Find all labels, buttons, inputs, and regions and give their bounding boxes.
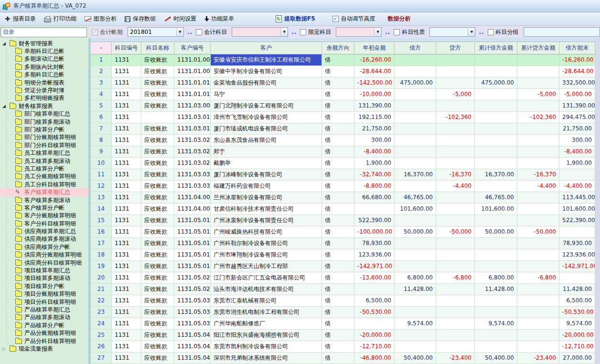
limit-subject-combobox[interactable]: ▼: [336, 27, 382, 37]
cell-debit-ending[interactable]: 21,750.00: [559, 123, 595, 135]
tree-expanded-arrow-icon[interactable]: ◢: [2, 41, 7, 46]
tree-item[interactable]: 部门分科目核算明细: [0, 141, 88, 149]
cell-customer-code[interactable]: 1131.05.044: [174, 353, 211, 364]
cell-initial-amount[interactable]: 192,115.00: [354, 112, 395, 123]
cell-accum-credit-amount[interactable]: [517, 135, 559, 146]
auto-height-checkbox[interactable]: [332, 16, 339, 22]
cell-customer-code[interactable]: 1131.03.031: [174, 181, 211, 192]
cell-customer[interactable]: 马宁: [211, 89, 322, 100]
cell-row-number[interactable]: 7: [91, 123, 112, 135]
table-row[interactable]: 231131应收账款1131.05.035东莞市润生机电制冷工程有限公司借-50…: [91, 307, 595, 318]
cell-row-number[interactable]: 6: [91, 112, 112, 123]
cell-debit-ending[interactable]: 300.00: [559, 135, 595, 146]
cell-accum-credit-amount[interactable]: [517, 66, 559, 77]
tree-item[interactable]: 部门核算多期滚动: [0, 118, 88, 126]
cell-row-number[interactable]: 25: [91, 330, 112, 341]
cell-initial-amount[interactable]: -28,644.00: [354, 66, 395, 77]
cell-accum-debit-amount[interactable]: [475, 123, 517, 135]
cell-row-number[interactable]: 2: [91, 66, 112, 77]
tree-item[interactable]: 产品核算分户帐: [0, 321, 88, 329]
cell-debit[interactable]: [395, 341, 436, 353]
cell-subject-code[interactable]: 1131: [112, 203, 141, 215]
cell-initial-amount[interactable]: -46,800.00: [354, 353, 395, 364]
table-row[interactable]: 81131应收账款1131.03.022东山县东茂食品有限公司借300.0030…: [91, 135, 595, 146]
cell-debit[interactable]: [395, 261, 436, 272]
cell-subject-code[interactable]: 1131: [112, 238, 141, 249]
table-row[interactable]: 111131应收账款1131.03.030厦门冰峰制冷设备有限公司借-32,74…: [91, 169, 595, 181]
cell-customer[interactable]: 广州市琳翔制冷设备有限公司: [211, 249, 322, 261]
cell-debit-ending[interactable]: 9,574.00: [559, 318, 595, 330]
combo-arrow-icon[interactable]: ▼: [176, 28, 183, 36]
tree-item[interactable]: 项目核算多期滚动: [0, 275, 88, 282]
cell-debit[interactable]: [395, 89, 436, 100]
tree-item[interactable]: 供应商分科目核算明细: [0, 259, 88, 267]
cell-debit-ending[interactable]: -8,400.00: [559, 146, 595, 158]
cell-balance-direction[interactable]: 借: [322, 249, 354, 261]
graph-analysis-button[interactable]: 图形分析: [85, 15, 117, 23]
cell-subject-name[interactable]: 应收账款: [141, 203, 174, 215]
cell-customer-code[interactable]: 1131.05.033: [174, 295, 211, 307]
cell-credit[interactable]: [436, 66, 475, 77]
cell-balance-direction[interactable]: 借: [322, 54, 354, 66]
cell-balance-direction[interactable]: 借: [322, 226, 354, 238]
table-row[interactable]: 191131应收账款1131.05.019广州市越秀区天山制冷工程部借-142,…: [91, 261, 595, 272]
cell-subject-name[interactable]: 应收账款: [141, 272, 174, 284]
tree-item[interactable]: 项目核算单期汇总: [0, 267, 88, 274]
cell-balance-direction[interactable]: 借: [322, 135, 354, 146]
cell-row-number[interactable]: 12: [91, 181, 112, 192]
cell-row-number[interactable]: 17: [91, 238, 112, 249]
cell-subject-code[interactable]: 1131: [112, 249, 141, 261]
cell-accum-debit-amount[interactable]: [475, 146, 517, 158]
cell-debit[interactable]: 16,370.00: [395, 169, 436, 181]
combo-arrow-icon[interactable]: ▼: [468, 28, 475, 36]
extract-data-button[interactable]: ↻ 提取数据F5: [276, 15, 315, 23]
cell-debit-ending[interactable]: 78,930.00: [559, 238, 595, 249]
cell-subject-name[interactable]: 应收账款: [141, 318, 174, 330]
cell-customer-code[interactable]: 1131.01.018: [174, 89, 211, 100]
tree-item[interactable]: 供应商分账期核算明细: [0, 251, 88, 259]
cell-subject-name[interactable]: 应收账款: [141, 77, 174, 89]
table-row[interactable]: 181131应收账款1131.05.018广州市琳翔制冷设备有限公司借123,9…: [91, 249, 595, 261]
cell-subject-name[interactable]: 应收账款: [141, 123, 174, 135]
cell-accum-debit-amount[interactable]: 11,428.00: [475, 284, 517, 295]
cell-subject-name[interactable]: 应收账款: [141, 181, 174, 192]
cell-credit[interactable]: [436, 318, 475, 330]
tree-item[interactable]: 多期纵向比对帐: [0, 63, 88, 71]
cell-balance-direction[interactable]: 借: [322, 192, 354, 203]
cell-accum-credit-amount[interactable]: [517, 249, 559, 261]
tree-item[interactable]: 项目核算分户帐: [0, 282, 88, 290]
cell-debit-ending[interactable]: 131,390.00: [559, 100, 595, 112]
report-catalog-button[interactable]: ✚ 报表目录: [5, 15, 36, 23]
cell-balance-direction[interactable]: 借: [322, 112, 354, 123]
cell-customer-code[interactable]: 1131.05.019: [174, 261, 211, 272]
tree-item[interactable]: 产品分账期核算明细: [0, 329, 88, 337]
cell-balance-direction[interactable]: 借: [322, 272, 354, 284]
cell-customer-code[interactable]: 1131.05.012: [174, 226, 211, 238]
combo-arrow-icon[interactable]: ▼: [374, 28, 381, 36]
tree-item[interactable]: 员工核算分户帐: [0, 165, 88, 172]
table-row[interactable]: 221131应收账款1131.05.033东莞市汇泰机械有限公司借6,500.0…: [91, 295, 595, 307]
cell-debit[interactable]: [395, 249, 436, 261]
cell-initial-amount[interactable]: -142,500.00: [354, 77, 395, 89]
cell-initial-amount[interactable]: 1,900.00: [354, 158, 395, 169]
combo-arrow-icon[interactable]: ▼: [280, 28, 288, 36]
cell-customer[interactable]: 广州冰泉制冷设备有限责任公司: [211, 215, 322, 226]
cell-customer[interactable]: 江门市新会区广汇五金电器有限公司: [211, 272, 322, 284]
cell-initial-amount[interactable]: -50,530.00: [354, 307, 395, 318]
cell-subject-code[interactable]: 1131: [112, 112, 141, 123]
cell-accum-credit-amount[interactable]: [517, 192, 559, 203]
cell-accum-debit-amount[interactable]: [475, 238, 517, 249]
cell-accum-debit-amount[interactable]: 475,000.00: [475, 77, 517, 89]
column-header-subject-name[interactable]: 科目名称: [141, 42, 174, 54]
cell-customer[interactable]: 甘肃信科制冷技术有限责任公司: [211, 203, 322, 215]
cell-initial-amount[interactable]: -8,800.00: [354, 181, 395, 192]
cell-accum-credit-amount[interactable]: -4,400: [517, 181, 559, 192]
cell-row-number[interactable]: 1: [91, 54, 112, 66]
cell-accum-credit-amount[interactable]: [517, 261, 559, 272]
tree-item[interactable]: 明细分类帐报表: [0, 79, 88, 86]
cell-debit-ending[interactable]: 522,390.00: [559, 215, 595, 226]
tree-item[interactable]: 项目分账期核算明细: [0, 290, 88, 298]
cell-row-number[interactable]: 20: [91, 272, 112, 284]
cell-customer-code[interactable]: 1131.03.018: [174, 123, 211, 135]
column-header-accum-credit-amount[interactable]: 累计贷方金额: [517, 42, 559, 54]
